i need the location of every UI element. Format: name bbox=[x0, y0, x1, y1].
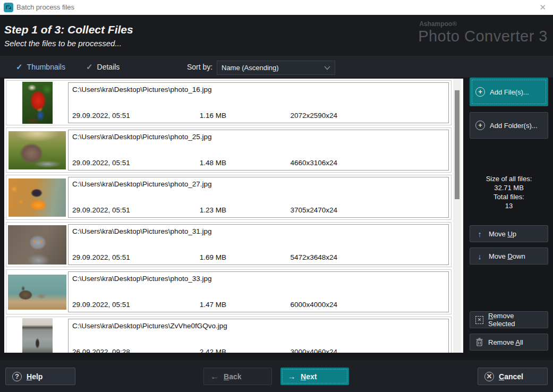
cancel-icon: ✕ bbox=[484, 372, 494, 381]
arrow-right-icon: → bbox=[287, 372, 296, 381]
file-row[interactable]: C:\Users\kra\Desktop\Pictures\photo_31.j… bbox=[6, 222, 452, 267]
file-path: C:\Users\kra\Desktop\Pictures\photo_16.j… bbox=[72, 86, 212, 93]
file-info-box: C:\Users\kra\Desktop\Pictures\photo_31.j… bbox=[68, 224, 449, 265]
file-date: 29.09.2022, 05:51 bbox=[72, 112, 198, 120]
sort-dropdown[interactable]: Name (Ascending) bbox=[217, 61, 335, 75]
file-path: C:\Users\kra\Desktop\Pictures\photo_27.j… bbox=[72, 180, 212, 188]
file-meta: 26.09.2022, 09:28 2.42 MB 3000x4060x24 bbox=[72, 348, 337, 353]
scrollbar-thumb[interactable] bbox=[455, 90, 460, 199]
remove-all-button[interactable]: Remove All bbox=[470, 334, 548, 351]
move-down-label: Move Down bbox=[489, 252, 525, 260]
cancel-button[interactable]: ✕ Cancel bbox=[478, 368, 548, 385]
tab-thumbnails-label: Thumbnails bbox=[27, 63, 65, 71]
file-dimensions: 5472x3648x24 bbox=[291, 253, 338, 261]
brand-logo: Ashampoo® Photo Converter 3 bbox=[418, 20, 548, 45]
file-row[interactable]: C:\Users\kra\Desktop\Pictures\photo_25.j… bbox=[6, 127, 452, 173]
step-subtitle: Select the files to be processed... bbox=[4, 39, 122, 48]
thumbnail-cell bbox=[6, 81, 68, 125]
file-size: 1.23 MB bbox=[200, 206, 288, 214]
file-size: 1.16 MB bbox=[200, 112, 288, 120]
file-info-box: C:\Users\kra\Desktop\Pictures\photo_33.j… bbox=[68, 271, 449, 312]
close-icon[interactable]: ✕ bbox=[539, 2, 546, 13]
move-up-label: Move Up bbox=[489, 230, 516, 238]
file-meta: 29.09.2022, 05:51 1.23 MB 3705x2470x24 bbox=[72, 206, 337, 214]
batch-process-window: Batch process files ✕ Step 1 of 3: Colle… bbox=[0, 0, 553, 392]
tab-details[interactable]: ✓ Details bbox=[86, 61, 120, 73]
file-row[interactable]: C:\Users\kra\Desktop\Pictures\ZvVhe0fGQv… bbox=[6, 317, 452, 353]
size-of-all-files-value: 32.71 MB bbox=[470, 183, 548, 192]
file-date: 26.09.2022, 09:28 bbox=[72, 348, 198, 353]
sort-by-label: Sort by: bbox=[187, 63, 212, 71]
scrollbar[interactable] bbox=[453, 79, 461, 353]
file-info-box: C:\Users\kra\Desktop\Pictures\photo_27.j… bbox=[68, 177, 449, 218]
file-size: 2.42 MB bbox=[200, 348, 288, 353]
tab-thumbnails[interactable]: ✓ Thumbnails bbox=[16, 61, 65, 73]
help-label: Help bbox=[27, 372, 42, 381]
product-name: Photo Converter 3 bbox=[418, 28, 548, 45]
move-down-button[interactable]: ↓ Move Down bbox=[470, 248, 548, 265]
file-date: 29.09.2022, 05:51 bbox=[72, 253, 198, 261]
footer-bar: ? Help ← Back → Next ✕ Cancel bbox=[0, 360, 553, 392]
sort-dropdown-value: Name (Ascending) bbox=[222, 64, 324, 72]
file-meta: 29.09.2022, 05:51 1.16 MB 2072x2590x24 bbox=[72, 112, 337, 120]
chevron-down-icon bbox=[324, 66, 330, 70]
thumbnail-cell bbox=[6, 223, 68, 267]
file-size: 1.47 MB bbox=[200, 301, 288, 309]
file-thumbnail bbox=[8, 178, 66, 217]
file-list: C:\Users\kra\Desktop\Pictures\photo_16.j… bbox=[4, 79, 463, 353]
main-content: C:\Users\kra\Desktop\Pictures\photo_16.j… bbox=[0, 78, 553, 360]
wizard-header: Step 1 of 3: Collect Files Select the fi… bbox=[0, 15, 553, 56]
remove-selected-button[interactable]: ✕ Remove Selected bbox=[470, 311, 548, 328]
size-of-all-files-label: Size of all files: bbox=[470, 174, 548, 183]
add-files-button[interactable]: + Add File(s)... bbox=[470, 78, 548, 106]
file-thumbnail bbox=[8, 225, 66, 265]
file-row[interactable]: C:\Users\kra\Desktop\Pictures\photo_33.j… bbox=[6, 269, 452, 314]
back-label: Back bbox=[224, 372, 241, 381]
app-icon bbox=[4, 3, 13, 12]
tab-details-label: Details bbox=[97, 63, 120, 71]
file-rows: C:\Users\kra\Desktop\Pictures\photo_16.j… bbox=[4, 79, 463, 353]
total-files-value: 13 bbox=[470, 201, 548, 210]
total-files-label: Total files: bbox=[470, 192, 548, 201]
plus-circle-icon: + bbox=[475, 121, 485, 130]
remove-selected-label: Remove Selected bbox=[488, 312, 542, 328]
remove-selection-icon: ✕ bbox=[475, 316, 483, 324]
file-info-box: C:\Users\kra\Desktop\Pictures\photo_16.j… bbox=[68, 82, 449, 123]
next-button[interactable]: → Next bbox=[280, 368, 349, 385]
file-dimensions: 4660x3106x24 bbox=[291, 159, 338, 167]
brand-name: Ashampoo® bbox=[419, 20, 548, 28]
file-thumbnail bbox=[22, 82, 53, 124]
back-button[interactable]: ← Back bbox=[203, 368, 272, 385]
remove-all-label: Remove All bbox=[488, 338, 523, 346]
help-icon: ? bbox=[12, 372, 22, 381]
cancel-label: Cancel bbox=[499, 372, 523, 381]
add-folders-button[interactable]: + Add Folder(s)... bbox=[470, 112, 548, 139]
add-files-label: Add File(s)... bbox=[490, 88, 529, 96]
file-dimensions: 2072x2590x24 bbox=[291, 112, 338, 120]
titlebar: Batch process files ✕ bbox=[0, 0, 553, 15]
thumbnail-cell bbox=[6, 317, 68, 353]
file-path: C:\Users\kra\Desktop\Pictures\photo_25.j… bbox=[72, 133, 212, 141]
file-path: C:\Users\kra\Desktop\Pictures\photo_33.j… bbox=[72, 275, 212, 283]
next-label: Next bbox=[301, 372, 317, 381]
file-thumbnail bbox=[8, 131, 66, 169]
help-button[interactable]: ? Help bbox=[5, 368, 75, 385]
file-size: 1.48 MB bbox=[200, 159, 288, 167]
file-date: 29.09.2022, 05:51 bbox=[72, 206, 198, 214]
checkmark-icon: ✓ bbox=[16, 62, 23, 72]
file-date: 29.09.2022, 05:51 bbox=[72, 301, 198, 309]
step-title: Step 1 of 3: Collect Files bbox=[4, 23, 133, 36]
file-path: C:\Users\kra\Desktop\Pictures\ZvVhe0fGQv… bbox=[72, 322, 227, 330]
window-title: Batch process files bbox=[16, 3, 74, 11]
arrow-down-icon: ↓ bbox=[475, 252, 484, 261]
file-meta: 29.09.2022, 05:51 1.69 MB 5472x3648x24 bbox=[72, 253, 337, 261]
file-info-box: C:\Users\kra\Desktop\Pictures\photo_25.j… bbox=[68, 130, 449, 171]
file-thumbnail bbox=[22, 318, 53, 353]
file-info-box: C:\Users\kra\Desktop\Pictures\ZvVhe0fGQv… bbox=[68, 319, 449, 353]
plus-circle-icon: + bbox=[475, 87, 485, 97]
view-toolbar: ✓ Thumbnails ✓ Details Sort by: Name (As… bbox=[0, 56, 553, 78]
file-row[interactable]: C:\Users\kra\Desktop\Pictures\photo_27.j… bbox=[6, 175, 452, 220]
move-up-button[interactable]: ↑ Move Up bbox=[470, 225, 548, 242]
arrow-left-icon: ← bbox=[210, 372, 219, 381]
file-row[interactable]: C:\Users\kra\Desktop\Pictures\photo_16.j… bbox=[6, 80, 452, 125]
